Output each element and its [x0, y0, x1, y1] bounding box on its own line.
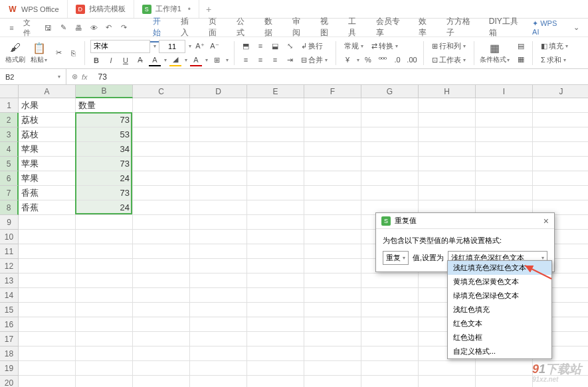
cell[interactable]	[419, 127, 476, 142]
row-header[interactable]: 12	[0, 259, 19, 273]
cell[interactable]	[304, 171, 361, 186]
row-header[interactable]: 2	[0, 113, 19, 127]
cell[interactable]	[476, 127, 533, 142]
cell[interactable]	[304, 259, 361, 273]
border-icon[interactable]: ⊞	[211, 54, 223, 66]
cell[interactable]	[304, 273, 361, 288]
cell[interactable]	[19, 332, 76, 347]
cell[interactable]	[419, 361, 476, 376]
cell[interactable]	[133, 171, 190, 186]
row-header[interactable]: 7	[0, 186, 19, 200]
cell[interactable]	[190, 288, 247, 303]
cell[interactable]	[361, 186, 419, 200]
orientation-icon[interactable]: ⤡	[284, 40, 296, 52]
dropdown-option[interactable]: 黄填充色深黄色文本	[448, 275, 551, 289]
align-center-icon[interactable]: ≡	[254, 54, 266, 66]
styles-icon[interactable]: ▤	[515, 40, 527, 52]
tab-efficiency[interactable]: 效率	[412, 13, 440, 42]
cond-format-button[interactable]: ▦ 条件格式▾	[480, 41, 510, 64]
cell[interactable]	[247, 186, 304, 200]
cell[interactable]	[19, 244, 76, 259]
underline-icon[interactable]: U	[120, 54, 132, 66]
cell[interactable]	[190, 98, 247, 113]
cell[interactable]	[190, 157, 247, 171]
tab-page[interactable]: 页面	[202, 13, 230, 42]
row-header[interactable]: 16	[0, 317, 19, 332]
cell[interactable]	[476, 171, 533, 186]
cell[interactable]	[133, 244, 190, 259]
cell[interactable]	[533, 98, 588, 113]
print-icon[interactable]: 🖶	[72, 21, 85, 35]
menu-icon[interactable]: ≡	[5, 21, 18, 35]
bold-icon[interactable]: B	[90, 54, 102, 66]
cell[interactable]	[190, 186, 247, 200]
cell[interactable]	[247, 142, 304, 157]
wps-ai-button[interactable]: ✦ WPS AI	[532, 19, 563, 36]
row-header[interactable]: 10	[0, 230, 19, 244]
cell[interactable]	[304, 303, 361, 317]
cell[interactable]	[247, 171, 304, 186]
cell[interactable]	[476, 157, 533, 171]
sum-button[interactable]: Σ 求和▾	[538, 54, 571, 66]
row-header[interactable]: 6	[0, 171, 19, 186]
cell[interactable]	[133, 347, 190, 361]
cell[interactable]	[247, 303, 304, 317]
column-header[interactable]: C	[133, 85, 190, 98]
align-bottom-icon[interactable]: ⬓	[269, 40, 281, 52]
new-icon[interactable]: ✎	[57, 21, 70, 35]
indent-icon[interactable]: ⇥	[284, 54, 296, 66]
highlight-icon[interactable]: A	[190, 54, 202, 66]
tab-formula[interactable]: 公式	[230, 13, 258, 42]
cell[interactable]	[247, 361, 304, 376]
align-right-icon[interactable]: ≡	[269, 54, 281, 66]
cell[interactable]	[76, 361, 133, 376]
cell[interactable]	[19, 215, 76, 230]
cell[interactable]	[247, 376, 304, 387]
cell[interactable]	[133, 230, 190, 244]
column-header[interactable]: B	[76, 85, 133, 98]
cell[interactable]	[247, 127, 304, 142]
row-header[interactable]: 17	[0, 332, 19, 347]
align-left-icon[interactable]: ≡	[240, 54, 252, 66]
cell[interactable]	[476, 113, 533, 127]
tab-data[interactable]: 数据	[258, 13, 286, 42]
cell[interactable]	[133, 303, 190, 317]
decrease-font-icon[interactable]: A⁻	[209, 40, 221, 52]
column-header[interactable]: D	[190, 85, 247, 98]
cell[interactable]	[247, 259, 304, 273]
tab-review[interactable]: 审阅	[286, 13, 314, 42]
column-header[interactable]: F	[304, 85, 361, 98]
currency-icon[interactable]: ¥	[342, 54, 353, 66]
redo-icon[interactable]: ↷	[118, 21, 130, 35]
merge-button[interactable]: ⊟ 合并▾	[298, 54, 330, 66]
cell[interactable]	[361, 127, 419, 142]
cell[interactable]	[361, 347, 419, 361]
cell[interactable]	[76, 347, 133, 361]
cell[interactable]	[76, 288, 133, 303]
cell[interactable]	[361, 361, 419, 376]
tab-member[interactable]: 会员专享	[369, 13, 412, 42]
cell[interactable]	[247, 200, 304, 215]
cell[interactable]	[304, 361, 361, 376]
dropdown-option[interactable]: 红色边框	[448, 331, 551, 345]
cell[interactable]	[361, 157, 419, 171]
app-home-tab[interactable]: W WPS Office	[0, 0, 68, 18]
convert-button[interactable]: ⇄ 转换▾	[369, 40, 401, 52]
row-header[interactable]: 1	[0, 98, 19, 113]
cell[interactable]	[247, 273, 304, 288]
row-header[interactable]: 13	[0, 273, 19, 288]
cell[interactable]	[19, 288, 76, 303]
file-menu[interactable]: 文件	[21, 21, 40, 35]
cell[interactable]	[304, 157, 361, 171]
cell[interactable]	[190, 317, 247, 332]
cell[interactable]	[476, 186, 533, 200]
cell[interactable]	[19, 376, 76, 387]
cell[interactable]	[247, 215, 304, 230]
cell[interactable]	[304, 317, 361, 332]
cell[interactable]	[133, 288, 190, 303]
cell[interactable]: 荔枝	[19, 113, 76, 127]
cell[interactable]	[476, 361, 533, 376]
close-icon[interactable]: •	[188, 5, 191, 14]
cell[interactable]	[304, 244, 361, 259]
cell[interactable]: 73	[76, 157, 133, 171]
